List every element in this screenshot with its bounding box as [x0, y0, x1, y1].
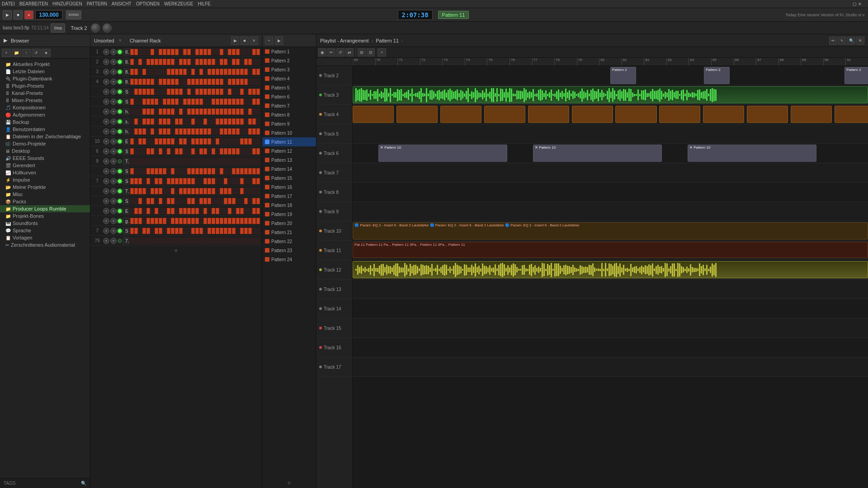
step-14-16[interactable]	[195, 188, 199, 194]
step-10-7[interactable]	[159, 148, 162, 155]
step-16-7[interactable]	[159, 208, 162, 214]
sidebar-item-10[interactable]: 📋Dateien in der Zwischenablage	[0, 133, 90, 140]
track-block-4-2[interactable]: ✕ Pattern 10	[688, 145, 816, 162]
step-1-30[interactable]	[252, 59, 256, 65]
step-1-6[interactable]	[155, 59, 158, 65]
step-1-3[interactable]	[142, 59, 146, 65]
step-17-17[interactable]	[199, 218, 203, 224]
step-14-0[interactable]	[130, 188, 134, 194]
ch-name-19[interactable]: 79	[123, 237, 129, 244]
step-8-6[interactable]	[155, 128, 158, 135]
pattern-item-17[interactable]: Pattern 18	[262, 201, 316, 210]
step-8-31[interactable]	[256, 128, 260, 135]
pattern-item-9[interactable]: Pattern 10	[262, 128, 316, 137]
step-17-14[interactable]	[187, 218, 191, 224]
step-15-10[interactable]	[171, 198, 175, 204]
step-18-29[interactable]	[248, 228, 252, 234]
step-5-21[interactable]	[216, 99, 219, 105]
master-pitch-knob[interactable]	[103, 23, 112, 33]
step-18-4[interactable]	[146, 228, 150, 234]
step-15-7[interactable]	[159, 198, 162, 204]
step-7-28[interactable]	[244, 118, 248, 125]
pattern-add-btn[interactable]: +	[262, 478, 316, 488]
step-8-30[interactable]	[252, 128, 256, 135]
ch-solo-btn-6[interactable]: •	[110, 108, 117, 115]
step-9-3[interactable]	[142, 138, 146, 145]
step-10-11[interactable]	[175, 148, 179, 155]
step-16-11[interactable]	[175, 208, 179, 214]
step-19-22[interactable]	[220, 238, 223, 244]
step-1-25[interactable]	[232, 59, 236, 65]
sidebar-folder-btn[interactable]: 📁	[12, 49, 21, 57]
step-4-5[interactable]	[151, 89, 154, 95]
ch-mute-btn-9[interactable]: •	[103, 138, 109, 145]
step-12-9[interactable]	[167, 168, 170, 174]
ch-solo-btn-5[interactable]: •	[110, 99, 117, 105]
step-8-25[interactable]	[232, 128, 236, 135]
step-7-26[interactable]	[236, 118, 240, 125]
step-16-20[interactable]	[212, 208, 215, 214]
step-1-0[interactable]	[130, 59, 134, 65]
step-11-30[interactable]	[252, 158, 256, 164]
track-block-2-4[interactable]	[528, 106, 569, 123]
step-14-7[interactable]	[159, 188, 162, 194]
step-17-24[interactable]	[228, 218, 231, 224]
ch-mute-btn-4[interactable]: •	[103, 89, 109, 95]
step-11-25[interactable]	[232, 158, 236, 164]
step-13-8[interactable]	[163, 178, 166, 184]
step-0-23[interactable]	[224, 49, 227, 55]
step-4-21[interactable]	[216, 89, 219, 95]
step-3-31[interactable]	[256, 79, 260, 85]
step-9-8[interactable]	[163, 138, 166, 145]
step-8-18[interactable]	[203, 128, 207, 135]
channel-add-btn[interactable]: +	[90, 246, 262, 256]
step-15-13[interactable]	[183, 198, 187, 204]
ch-mute-btn-13[interactable]: •	[103, 178, 109, 184]
track-block-4-0[interactable]: ✕ Pattern 10	[378, 145, 507, 162]
step-9-15[interactable]	[191, 138, 195, 145]
step-5-25[interactable]	[232, 99, 236, 105]
ch-solo-btn-2[interactable]: •	[110, 69, 117, 75]
step-9-16[interactable]	[195, 138, 199, 145]
step-16-15[interactable]	[191, 208, 195, 214]
pl-add-track-btn[interactable]: +	[377, 48, 386, 56]
bpm-display[interactable]: 130.000	[35, 10, 62, 19]
step-15-22[interactable]	[220, 198, 223, 204]
sidebar-item-4[interactable]: 🎚Kanal-Presets	[0, 89, 90, 97]
step-6-23[interactable]	[224, 108, 227, 115]
step-4-3[interactable]	[142, 89, 146, 95]
step-18-7[interactable]	[159, 228, 162, 234]
step-16-23[interactable]	[224, 208, 227, 214]
step-0-1[interactable]	[134, 49, 138, 55]
sidebar-item-15[interactable]: 📈Hüllkurven	[0, 169, 90, 176]
step-4-25[interactable]	[232, 89, 236, 95]
step-2-22[interactable]	[220, 69, 223, 75]
step-1-12[interactable]	[179, 59, 183, 65]
step-11-15[interactable]	[191, 158, 195, 164]
ch-led-13[interactable]	[118, 179, 122, 183]
step-0-3[interactable]	[142, 49, 146, 55]
step-13-7[interactable]	[159, 178, 162, 184]
step-0-30[interactable]	[252, 49, 256, 55]
step-9-31[interactable]	[256, 138, 260, 145]
step-7-22[interactable]	[220, 118, 223, 125]
step-3-5[interactable]	[151, 79, 154, 85]
step-18-9[interactable]	[167, 228, 170, 234]
track-block-4-1[interactable]: ✕ Pattern 10	[533, 145, 662, 162]
step-14-29[interactable]	[248, 188, 252, 194]
step-19-14[interactable]	[187, 238, 191, 244]
step-4-31[interactable]	[256, 89, 260, 95]
step-5-14[interactable]	[187, 99, 191, 105]
step-5-28[interactable]	[244, 99, 248, 105]
step-9-29[interactable]	[248, 138, 252, 145]
step-0-4[interactable]	[146, 49, 150, 55]
menu-ansicht[interactable]: ANSICHT	[112, 1, 132, 6]
master-volume-knob[interactable]	[91, 23, 100, 33]
step-10-0[interactable]	[130, 148, 134, 155]
cr-stop-btn[interactable]: ■	[241, 37, 249, 45]
step-19-10[interactable]	[171, 238, 175, 244]
step-13-3[interactable]	[142, 178, 146, 184]
step-15-21[interactable]	[216, 198, 219, 204]
step-2-8[interactable]	[163, 69, 166, 75]
step-4-4[interactable]	[146, 89, 150, 95]
